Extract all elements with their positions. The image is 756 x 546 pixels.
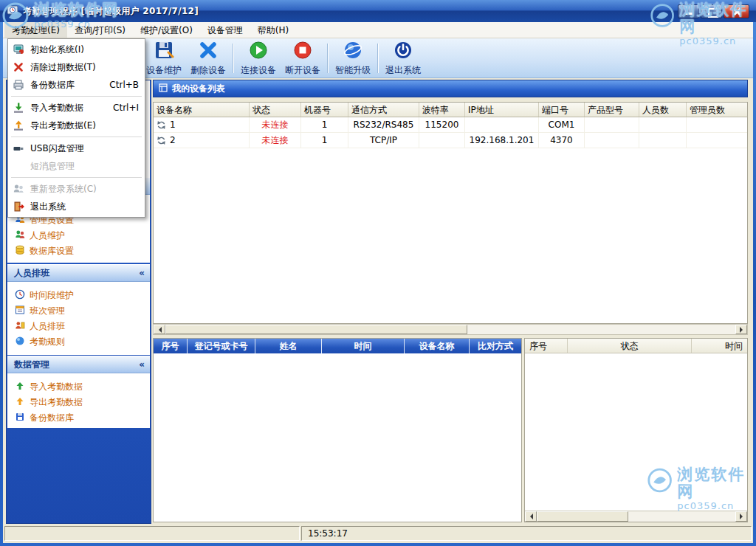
scroll-right-arrow[interactable] — [735, 325, 747, 334]
column-header[interactable]: 序号 — [525, 339, 568, 353]
scrollbar-track[interactable] — [537, 511, 735, 522]
menu-attendance-processing[interactable]: 考勤处理(E) — [4, 22, 67, 38]
column-header[interactable]: 端口号 — [539, 103, 585, 117]
record-table: 序号 登记号或卡号 姓名 时间 设备名称 比对方式 — [153, 338, 522, 522]
sidebar-item-personnel-schedule[interactable]: 人员排班 — [7, 319, 150, 334]
column-header[interactable]: 状态 — [250, 103, 301, 117]
device-users-cell — [639, 133, 687, 148]
menu-device-management[interactable]: 设备管理 — [200, 22, 250, 38]
device-users-cell — [639, 117, 687, 132]
sidebar-section-data-management[interactable]: 数据管理 « — [7, 356, 150, 373]
device-ip-cell: 192.168.1.201 — [465, 133, 539, 148]
menu-item-clear-expired-data[interactable]: 清除过期数据(T) — [8, 58, 145, 76]
column-header[interactable]: 时间 — [692, 339, 747, 353]
device-table-header: 设备名称 状态 机器号 通信方式 波特率 IP地址 端口号 产品型号 人员数 管… — [154, 103, 747, 117]
status-table-hscrollbar[interactable] — [525, 511, 747, 522]
column-header[interactable]: 管理员数 — [687, 103, 748, 117]
column-header[interactable]: IP地址 — [465, 103, 539, 117]
menu-item-usb-disk-management[interactable]: USB闪盘管理 — [8, 139, 145, 157]
menu-shortcut: Ctrl+I — [106, 103, 139, 113]
attendance-rules-icon — [15, 336, 25, 348]
column-header[interactable]: 时间 — [322, 339, 405, 353]
device-row[interactable]: 1 未连接 1 RS232/RS485 115200 COM1 — [154, 117, 747, 133]
toolbar-disconnect-device-button[interactable]: 断开设备 — [281, 40, 325, 77]
column-header[interactable]: 登记号或卡号 — [188, 339, 255, 353]
column-header[interactable]: 姓名 — [255, 339, 322, 353]
column-header[interactable]: 机器号 — [301, 103, 348, 117]
personnel-schedule-icon — [15, 320, 25, 333]
menu-item-export-attendance-data[interactable]: 导出考勤数据(E) — [8, 117, 145, 134]
menu-item-import-attendance-data[interactable]: 导入考勤数据 Ctrl+I — [8, 99, 145, 117]
device-table-hscrollbar[interactable] — [153, 324, 748, 335]
toolbar-exit-system-button[interactable]: 退出系统 — [381, 40, 425, 77]
scrollbar-thumb[interactable] — [537, 511, 628, 522]
menu-maintenance-settings[interactable]: 维护/设置(O) — [133, 22, 200, 38]
sidebar-item-export-data[interactable]: 导出考勤数据 — [7, 395, 150, 410]
collapse-icon: « — [139, 268, 143, 278]
usb-disk-icon — [13, 142, 24, 154]
device-admins-cell — [687, 117, 748, 132]
sidebar-item-shift-management[interactable]: 班次管理 — [7, 303, 150, 319]
toolbar-label: 删除设备 — [190, 64, 226, 77]
sidebar-section-personnel-scheduling[interactable]: 人员排班 « — [7, 264, 150, 282]
menu-item-sms-management[interactable]: 短消息管理 — [8, 157, 145, 175]
personnel-icon — [15, 229, 25, 242]
toolbar-smart-upgrade-button[interactable]: 智能升级 — [331, 40, 375, 77]
column-header[interactable]: 设备名称 — [154, 103, 250, 117]
device-comm-cell: TCP/IP — [348, 133, 419, 148]
sidebar-item-label: 导出考勤数据 — [30, 396, 83, 409]
window-controls — [678, 4, 749, 18]
menu-item-exit-system[interactable]: 退出系统 — [8, 198, 145, 215]
column-header[interactable]: 人员数 — [639, 103, 687, 117]
menu-separator — [11, 136, 142, 137]
list-icon — [159, 83, 168, 94]
menu-item-backup-database[interactable]: 备份数据库 Ctrl+B — [8, 76, 145, 94]
device-baud-cell: 115200 — [419, 117, 465, 132]
scrollbar-track[interactable] — [165, 325, 735, 334]
toolbar-device-maintenance-button[interactable]: 设备维护 — [142, 40, 186, 77]
sidebar-item-label: 时间段维护 — [30, 289, 74, 302]
maximize-button[interactable] — [701, 4, 722, 18]
sidebar-item-database-settings[interactable]: 数据库设置 — [7, 243, 150, 259]
connect-device-icon — [248, 40, 269, 63]
scroll-right-arrow[interactable] — [735, 511, 747, 522]
column-header[interactable]: 状态 — [568, 339, 692, 353]
minimize-button[interactable] — [678, 4, 699, 18]
menu-query-print[interactable]: 查询/打印(S) — [67, 22, 133, 38]
scrollbar-thumb[interactable] — [165, 325, 467, 334]
toolbar-connect-device-button[interactable]: 连接设备 — [236, 40, 281, 77]
sidebar-item-backup-database[interactable]: 备份数据库 — [7, 410, 150, 426]
device-link-icon — [157, 120, 166, 130]
menu-item-relogin-system[interactable]: 重新登录系统(C) — [8, 180, 145, 198]
toolbar-delete-device-button[interactable]: 删除设备 — [186, 40, 230, 77]
device-machine-no-cell: 1 — [301, 117, 348, 132]
device-list-header: 我的设备列表 — [153, 80, 748, 97]
sidebar-item-label: 班次管理 — [30, 305, 65, 317]
device-row[interactable]: 2 未连接 1 TCP/IP 192.168.1.201 4370 — [154, 133, 747, 148]
menu-item-label: 重新登录系统(C) — [30, 183, 97, 196]
column-header[interactable]: 波特率 — [419, 103, 465, 117]
toolbar-label: 设备维护 — [146, 64, 182, 77]
scroll-left-arrow[interactable] — [525, 511, 537, 522]
import-icon — [15, 381, 25, 393]
scroll-left-arrow[interactable] — [154, 325, 165, 334]
section-title: 数据管理 — [14, 359, 49, 371]
toolbar-label: 连接设备 — [241, 64, 276, 77]
initialize-system-icon — [13, 44, 24, 55]
menu-item-initialize-system[interactable]: 初始化系统(I) — [8, 41, 145, 58]
column-header[interactable]: 设备名称 — [405, 339, 470, 353]
column-header[interactable]: 序号 — [154, 339, 188, 353]
delete-device-icon — [198, 40, 219, 63]
sidebar-item-personnel-maintenance[interactable]: 人员维护 — [7, 228, 150, 243]
device-model-cell — [585, 117, 639, 132]
sidebar-item-attendance-rules[interactable]: 考勤规则 — [7, 334, 150, 350]
column-header[interactable]: 比对方式 — [470, 339, 521, 353]
menu-help[interactable]: 帮助(H) — [250, 22, 296, 38]
column-header[interactable]: 产品型号 — [585, 103, 639, 117]
statusbar-panel-time: 15:53:17 — [301, 526, 752, 541]
sidebar-item-import-data[interactable]: 导入考勤数据 — [7, 379, 150, 395]
close-button[interactable] — [724, 4, 749, 18]
sidebar-item-time-period[interactable]: 时间段维护 — [7, 288, 150, 303]
device-model-cell — [585, 133, 639, 148]
column-header[interactable]: 通信方式 — [348, 103, 419, 117]
